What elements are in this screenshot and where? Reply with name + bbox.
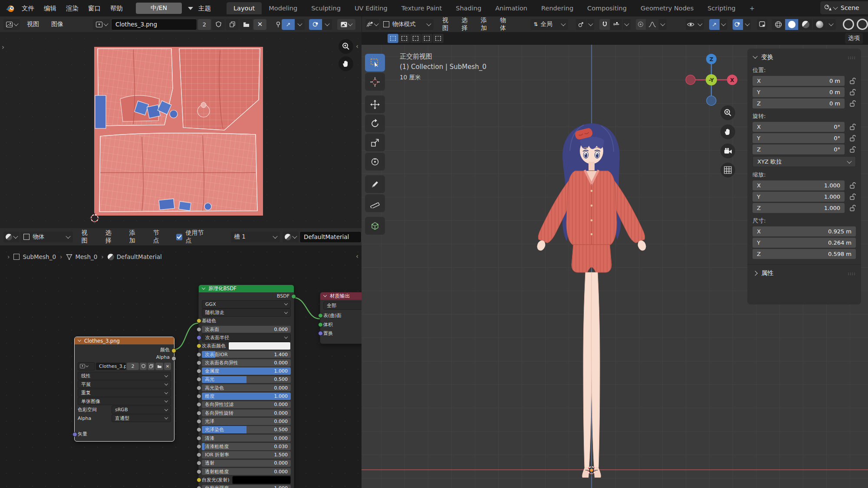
location-field-z[interactable]: Z0 m <box>753 98 845 108</box>
dimensions-field-y[interactable]: Y0.264 m <box>753 238 856 248</box>
select-intersect-button[interactable] <box>433 34 444 43</box>
tab-layout[interactable]: Layout <box>227 2 262 14</box>
location-lock-z[interactable] <box>845 100 856 107</box>
bsdf-widget-12[interactable]: 各向异性过滤0.000 <box>202 401 291 409</box>
image-node-dropdown-0[interactable]: 线性 <box>78 372 171 380</box>
image-browse-button[interactable] <box>93 19 110 30</box>
bsdf-widget-11[interactable]: 糙度1.000 <box>202 393 291 400</box>
select-invert-button[interactable] <box>421 34 432 43</box>
theme-menu[interactable]: 主题 <box>198 4 220 13</box>
alpha-mode-dropdown[interactable]: 直通型 <box>112 414 171 422</box>
menu-0[interactable]: 文件 <box>22 4 44 13</box>
properties-panel-collapsed[interactable]: 属性 :::: <box>753 268 856 278</box>
tab-rendering[interactable]: Rendering <box>534 2 580 14</box>
use-nodes-checkbox[interactable] <box>176 234 183 240</box>
image-editor-menu-0[interactable]: 视图 <box>21 20 45 28</box>
menu-3[interactable]: 窗口 <box>88 4 110 13</box>
output-input-socket-0[interactable] <box>318 313 323 318</box>
image-users-count[interactable]: 2 <box>198 19 211 30</box>
gizmo-dropdown[interactable] <box>295 19 305 30</box>
image-node-dropdown-1[interactable]: 平展 <box>78 380 171 389</box>
select-subtract-button[interactable] <box>410 34 421 43</box>
scale-lock-x[interactable] <box>845 182 856 189</box>
bsdf-input-socket-9[interactable] <box>197 377 201 382</box>
tab-geometry-nodes[interactable]: Geometry Nodes <box>634 2 700 14</box>
bsdf-input-socket-14[interactable] <box>197 419 201 424</box>
scale-lock-z[interactable] <box>845 205 856 212</box>
character-model[interactable] <box>501 121 684 481</box>
transform-orientation-dropdown[interactable]: ⇅ 全局 <box>530 19 568 30</box>
rotation-lock-y[interactable] <box>845 135 856 142</box>
transform-panel-header[interactable]: 变换 :::: <box>753 52 856 62</box>
bsdf-widget-21[interactable] <box>232 476 291 484</box>
bsdf-input-socket-5[interactable] <box>197 344 201 348</box>
node-principled-bsdf[interactable]: 原理化BSDF BSDF GGX随机游走基础色次表面0.000次表面半径次表面颜… <box>198 285 294 488</box>
location-field-y[interactable]: Y0 m <box>753 87 845 97</box>
navigation-gizmo[interactable]: Z X -Y <box>681 49 742 110</box>
select-box-tool-button[interactable] <box>365 54 385 72</box>
rotation-field-z[interactable]: Z0° <box>753 144 845 154</box>
scale-field-z[interactable]: Z1.000 <box>753 203 845 213</box>
unlink-image-button[interactable]: ✕ <box>253 19 266 30</box>
move-tool-button[interactable] <box>365 95 385 113</box>
tab-shading[interactable]: Shading <box>449 2 488 14</box>
bsdf-input-socket-12[interactable] <box>197 402 201 407</box>
bsdf-input-socket-4[interactable] <box>197 335 201 340</box>
material-name-field[interactable]: DefaultMaterial <box>299 231 362 243</box>
bsdf-input-socket-16[interactable] <box>197 436 201 441</box>
image-vector-socket[interactable] <box>72 432 77 437</box>
node-image-texture[interactable]: Clothes_3.png 颜色 Alpha Clothes_3.png 2 <box>74 337 174 442</box>
bsdf-widget-15[interactable]: 光泽染色0.500 <box>202 426 291 433</box>
bsdf-input-socket-11[interactable] <box>197 394 201 399</box>
blender-logo-icon[interactable] <box>5 3 16 13</box>
viewport-pan-button[interactable] <box>720 124 735 139</box>
image-editor-canvas[interactable]: › <box>0 32 362 228</box>
bsdf-widget-14[interactable]: 光泽0.000 <box>202 418 291 425</box>
annotate-tool-button[interactable] <box>365 175 385 193</box>
add-cube-tool-button[interactable] <box>365 217 385 235</box>
image-pan-button[interactable] <box>339 56 353 71</box>
mode-dropdown[interactable]: 物体模式 <box>380 19 434 30</box>
bsdf-input-socket-21[interactable] <box>197 478 201 482</box>
theme-dropdown-icon[interactable] <box>188 7 193 10</box>
shader-menu-3[interactable]: 节点 <box>147 229 171 245</box>
bsdf-input-socket-17[interactable] <box>197 444 201 449</box>
shading-dropdown[interactable] <box>826 19 836 30</box>
bsdf-input-socket-13[interactable] <box>197 411 201 416</box>
bsdf-widget-19[interactable]: 透射0.000 <box>202 460 291 467</box>
rotation-lock-z[interactable] <box>845 146 856 153</box>
output-target-dropdown[interactable]: 全部 <box>323 301 362 310</box>
options-button[interactable]: 选项 <box>845 33 863 44</box>
rotation-lock-x[interactable] <box>845 124 856 131</box>
colorspace-dropdown[interactable]: sRGB <box>112 406 171 414</box>
shading-material-button[interactable] <box>799 19 812 30</box>
viewport-camera-button[interactable] <box>720 144 735 158</box>
viewport-menu-0[interactable]: 视图 <box>436 16 455 32</box>
proportional-dropdown[interactable] <box>659 19 666 30</box>
image-color-socket[interactable] <box>171 348 176 353</box>
image-zoom-button[interactable] <box>339 39 353 54</box>
bsdf-widget-6[interactable]: 次表面IOR1.400 <box>202 351 291 358</box>
add-workspace-button[interactable]: + <box>743 2 762 14</box>
image-node-fake-user[interactable] <box>140 363 147 370</box>
compositor-ring2-icon[interactable] <box>857 19 868 30</box>
tab-scripting[interactable]: Scripting <box>700 2 742 14</box>
location-lock-y[interactable] <box>845 89 856 96</box>
bsdf-widget-3[interactable]: 次表面0.000 <box>202 326 291 333</box>
rotation-field-y[interactable]: Y0° <box>753 133 845 143</box>
tab-modeling[interactable]: Modeling <box>262 2 304 14</box>
bsdf-node-header[interactable]: 原理化BSDF <box>199 285 294 292</box>
region-expand-arrow[interactable]: › <box>2 44 4 51</box>
bsdf-input-socket-22[interactable] <box>197 486 201 488</box>
xray-toggle[interactable] <box>757 19 767 30</box>
language-toggle-button[interactable]: 中/EN <box>136 3 182 14</box>
bsdf-widget-16[interactable]: 清漆0.000 <box>202 435 291 442</box>
snap-toggle[interactable] <box>599 19 610 30</box>
menu-2[interactable]: 渲染 <box>66 4 88 13</box>
bsdf-widget-1[interactable]: 随机游走 <box>202 308 291 317</box>
viewport-zoom-button[interactable] <box>720 105 735 120</box>
show-overlays-toggle[interactable] <box>309 19 322 30</box>
location-field-x[interactable]: X0 m <box>753 76 845 86</box>
rotation-mode-dropdown[interactable]: XYZ 欧拉 <box>753 156 856 167</box>
proportional-falloff-button[interactable] <box>646 19 658 30</box>
